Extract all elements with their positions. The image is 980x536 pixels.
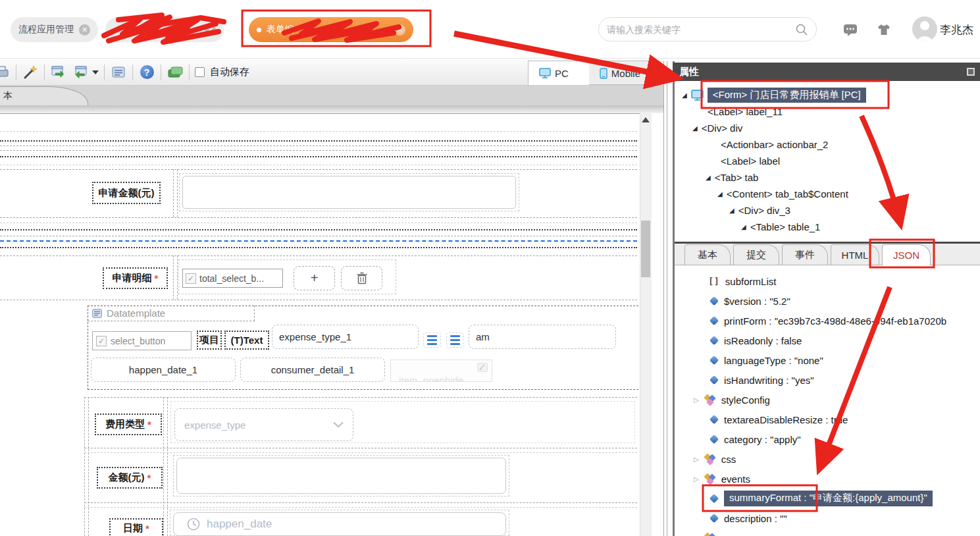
panel-divider xyxy=(663,61,664,536)
tab-label: 事件 xyxy=(795,249,815,261)
json-row-events[interactable]: ▷ events xyxy=(694,469,750,489)
tree-row-label11[interactable]: <Label> label_11 xyxy=(708,103,783,120)
selected-row-line xyxy=(0,240,637,242)
expander-icon[interactable]: ◢ xyxy=(692,124,698,132)
export-icon[interactable] xyxy=(50,64,67,81)
json-row-category[interactable]: category : "apply" xyxy=(711,429,801,449)
apply-amount-label[interactable]: 申请金额(元) xyxy=(92,182,161,204)
canvas-tabstrip xyxy=(0,86,663,105)
search-input[interactable] xyxy=(607,24,795,35)
amount-1-input[interactable]: am xyxy=(469,325,616,349)
tree-row-actionbar[interactable]: <Actionbar> actionbar_2 xyxy=(721,136,828,153)
dropdown-caret-icon[interactable] xyxy=(92,70,99,74)
json-row-printForm[interactable]: printForm : "ec39b7c3-498d-48e6-994f-eb1… xyxy=(711,311,946,331)
json-row-summaryFormat[interactable]: summaryFormat : "申请金额:{apply_amount}" xyxy=(711,489,933,508)
theme-shirt-icon[interactable] xyxy=(877,22,891,37)
scroll-thumb[interactable] xyxy=(641,221,650,277)
json-key: subformList xyxy=(725,276,777,287)
json-row-textareaDisableResize[interactable]: textareaDisableResize : true xyxy=(711,410,848,429)
item-openhide-field[interactable]: item_openhide xyxy=(390,360,492,382)
tree-row-div3[interactable]: ◢ <Div> div_3 xyxy=(729,202,790,219)
expander-icon[interactable]: ▷ xyxy=(694,396,699,404)
delete-row-button[interactable] xyxy=(341,266,382,290)
consumer-detail-1-input[interactable]: consumer_detail_1 xyxy=(240,358,385,382)
expense-type-select[interactable]: expense_type xyxy=(174,408,353,441)
expander-icon[interactable]: ▷ xyxy=(694,475,699,483)
layers-icon[interactable] xyxy=(167,64,184,81)
search-icon[interactable] xyxy=(795,23,808,36)
list-config-icon[interactable] xyxy=(446,333,464,348)
text-type-label[interactable]: (T)Text xyxy=(224,331,269,350)
json-row-subformList[interactable]: [] subformList xyxy=(708,271,776,291)
user-name[interactable]: 李兆杰 xyxy=(940,22,973,38)
top-tab-process-management[interactable]: 流程应用管理 ✕ xyxy=(11,17,98,42)
expander-icon[interactable]: ◢ xyxy=(729,207,735,214)
message-icon[interactable] xyxy=(843,22,858,37)
top-tab-redacted[interactable]: ✕ xyxy=(105,17,224,42)
select-button-checkbox[interactable]: ✓ select_button xyxy=(92,331,192,350)
panel-collapse-icon[interactable] xyxy=(967,68,975,76)
checkbox-checked-icon[interactable]: ✓ xyxy=(186,273,196,284)
tab-basic[interactable]: 基本 xyxy=(684,244,731,265)
apply-detail-label[interactable]: 申请明细 * xyxy=(103,267,168,289)
json-row-isHandwriting[interactable]: isHandwriting : "yes" xyxy=(711,370,814,390)
canvas-scrollbar[interactable] xyxy=(640,113,652,536)
tab-event[interactable]: 事件 xyxy=(782,244,828,265)
top-tab-form-editor[interactable]: 表单编 ✕ xyxy=(249,17,413,42)
add-row-button[interactable]: + xyxy=(294,266,335,290)
help-icon[interactable]: ? xyxy=(138,64,155,81)
row-border xyxy=(0,169,637,170)
date-label[interactable]: 日期 * xyxy=(109,518,163,536)
tree-row-content[interactable]: ◢ <Content> tab_tab$Content xyxy=(717,186,848,202)
property-diamond-icon xyxy=(709,316,719,325)
json-row-version[interactable]: $version : "5.2" xyxy=(711,291,790,311)
expander-icon[interactable]: ◢ xyxy=(706,174,711,181)
print-icon[interactable] xyxy=(0,64,11,81)
tree-row-tab[interactable]: ◢ <Tab> tab xyxy=(706,169,758,186)
checkbox-checked-icon[interactable]: ✓ xyxy=(96,336,107,346)
required-mark: * xyxy=(145,523,149,534)
expander-icon[interactable]: ◢ xyxy=(741,223,746,230)
datatemplate-header[interactable]: Datatemplate xyxy=(88,306,255,321)
expander-icon[interactable]: ◢ xyxy=(717,190,723,198)
json-row-clipped[interactable]: ▷ xyxy=(694,528,716,536)
amount-label[interactable]: 金额(元) * xyxy=(97,467,163,489)
json-row-description[interactable]: description : "" xyxy=(711,508,787,528)
item-label[interactable]: 项目 xyxy=(197,331,222,350)
tree-row-form[interactable]: ◢ <Form> 门店日常费用报销单 [PC] xyxy=(682,87,866,103)
tree-row-label[interactable]: <Label> label xyxy=(721,153,780,169)
tree-node-label: <Actionbar> actionbar_2 xyxy=(721,139,828,150)
tab-html[interactable]: HTML xyxy=(831,244,879,265)
avatar[interactable] xyxy=(912,16,937,41)
expander-icon[interactable]: ▷ xyxy=(694,456,699,463)
expense-type-label[interactable]: 费用类型 * xyxy=(95,414,162,435)
json-row-isReadonly[interactable]: isReadonly : false xyxy=(711,331,802,350)
autosave-checkbox[interactable] xyxy=(195,67,205,77)
device-tab-mobile[interactable]: Mobile xyxy=(589,61,651,85)
close-icon[interactable]: ✕ xyxy=(394,24,405,36)
json-row-css[interactable]: ▷ css xyxy=(694,449,736,469)
scroll-up-icon[interactable] xyxy=(642,117,650,122)
total-select-checkbox[interactable]: ✓ total_select_b... xyxy=(182,269,283,288)
expander-icon[interactable]: ◢ xyxy=(682,92,687,99)
close-icon[interactable]: ✕ xyxy=(79,24,90,36)
json-row-styleConfig[interactable]: ▷ styleConfig xyxy=(694,390,770,410)
close-icon[interactable]: ✕ xyxy=(205,24,216,36)
tree-row-table1[interactable]: ◢ <Table> table_1 xyxy=(741,219,820,235)
form-list-icon[interactable] xyxy=(110,64,127,81)
import-icon[interactable] xyxy=(72,64,90,81)
wand-icon[interactable] xyxy=(22,64,39,81)
expense-type-1-input[interactable]: expense_type_1 xyxy=(272,325,419,349)
json-row-languageType[interactable]: languageType : "none" xyxy=(711,350,823,370)
list-config-icon[interactable] xyxy=(423,333,441,348)
tab-json[interactable]: JSON xyxy=(882,244,931,265)
tab-submit[interactable]: 提交 xyxy=(733,244,779,265)
apply-amount-input[interactable] xyxy=(182,176,516,209)
amount-input[interactable] xyxy=(176,458,506,494)
happen-date-1-input[interactable]: happen_date_1 xyxy=(91,358,236,382)
happen-date-input[interactable]: happen_date xyxy=(173,512,506,536)
tree-row-div[interactable]: ◢ <Div> div xyxy=(692,120,742,136)
datatemplate-icon xyxy=(92,309,102,318)
plus-icon: + xyxy=(311,271,319,286)
device-tab-pc[interactable]: PC xyxy=(529,61,589,85)
